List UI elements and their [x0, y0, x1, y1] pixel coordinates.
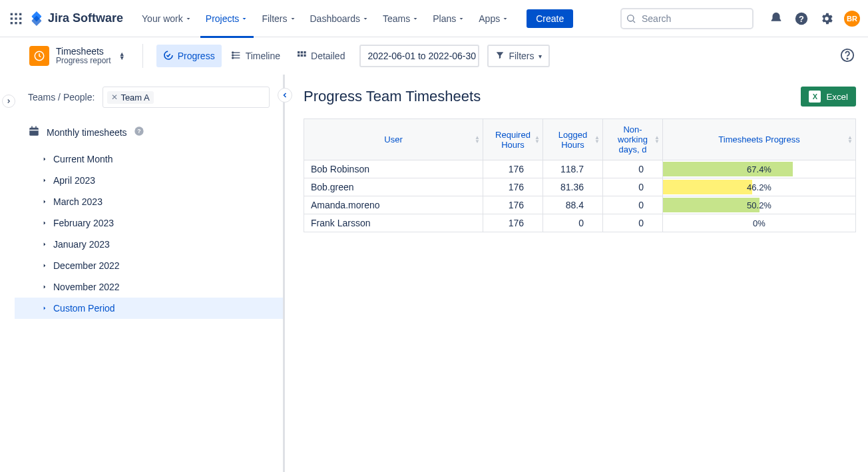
svg-rect-4 — [15, 17, 17, 19]
tree-item[interactable]: November 2022 — [15, 276, 283, 298]
product-name: Jira Software — [48, 11, 123, 25]
view-progress[interactable]: Progress — [156, 45, 222, 67]
team-chip[interactable]: ✕ Team A — [107, 91, 153, 104]
chevron-down-icon: ▾ — [539, 53, 542, 60]
sidebar-section-title: Monthly timesheets — [47, 127, 127, 138]
col-label: Timesheets Progress — [718, 134, 799, 144]
global-search — [620, 8, 754, 29]
svg-rect-1 — [15, 13, 17, 15]
settings-icon[interactable] — [819, 11, 835, 27]
tree-item[interactable]: December 2022 — [15, 255, 283, 276]
notifications-icon[interactable] — [768, 11, 784, 27]
cell-progress: 0% — [663, 214, 856, 232]
view-detailed[interactable]: Detailed — [290, 45, 351, 67]
help-icon[interactable]: ? — [793, 11, 809, 27]
progress-label: 0% — [753, 218, 765, 228]
app-switcher-icon[interactable] — [8, 11, 24, 27]
info-icon[interactable]: ? — [134, 126, 144, 138]
col-header[interactable]: User▲▼ — [304, 119, 483, 160]
nav-item-filters[interactable]: Filters — [256, 9, 302, 28]
tree-item[interactable]: January 2023 — [15, 234, 283, 255]
cell-required: 176 — [483, 160, 543, 178]
svg-rect-25 — [301, 54, 303, 56]
project-switcher[interactable]: Timesheets Progress report ▲▼ — [29, 46, 125, 66]
progress-icon — [163, 50, 174, 63]
chip-remove-icon[interactable]: ✕ — [111, 93, 118, 102]
col-label: Non-working days, d — [618, 124, 648, 154]
svg-point-18 — [232, 52, 233, 53]
tree-item[interactable]: March 2023 — [15, 191, 283, 212]
nav-item-projects[interactable]: Projects — [200, 9, 254, 28]
col-header[interactable]: Non-working days, d▲▼ — [603, 119, 663, 160]
nav-item-label: Your work — [142, 13, 183, 24]
month-tree: Current MonthApril 2023March 2023Februar… — [15, 148, 283, 327]
secondary-bar: Timesheets Progress report ▲▼ ProgressTi… — [0, 37, 868, 75]
tree-item-label: November 2022 — [53, 282, 120, 292]
nav-item-label: Plans — [433, 13, 456, 24]
nav-item-teams[interactable]: Teams — [377, 9, 425, 28]
svg-rect-2 — [19, 13, 21, 15]
cell-user: Amanda.moreno — [304, 196, 483, 214]
filters-button[interactable]: Filters ▾ — [487, 45, 549, 67]
tree-item-label: February 2023 — [53, 218, 114, 228]
cell-nonworking: 0 — [603, 178, 663, 196]
cell-user: Bob Robinson — [304, 160, 483, 178]
main-area: Teams / People: ✕ Team A Monthly timeshe… — [0, 75, 868, 472]
team-chip-input[interactable]: ✕ Team A — [103, 87, 270, 108]
col-label: Required Hours — [495, 130, 531, 150]
tree-item-label: December 2022 — [53, 260, 120, 271]
svg-point-20 — [232, 57, 233, 59]
excel-label: Excel — [826, 92, 848, 102]
nav-item-plans[interactable]: Plans — [427, 9, 471, 28]
avatar[interactable]: BR — [844, 11, 860, 27]
view-switcher: ProgressTimelineDetailed — [156, 45, 352, 67]
left-rail-handle[interactable] — [2, 95, 15, 108]
svg-rect-21 — [298, 51, 300, 53]
chevron-updown-icon: ▲▼ — [119, 52, 125, 60]
chevron-right-icon — [41, 303, 48, 314]
jira-logo-icon — [29, 11, 44, 26]
nav-item-dashboards[interactable]: Dashboards — [305, 9, 375, 28]
chevron-right-icon — [41, 154, 48, 164]
nav-item-apps[interactable]: Apps — [473, 9, 515, 28]
export-excel-button[interactable]: X Excel — [801, 87, 856, 107]
chevron-right-icon — [41, 196, 48, 207]
col-header[interactable]: Logged Hours▲▼ — [543, 119, 603, 160]
product-logo[interactable]: Jira Software — [29, 11, 123, 26]
col-header[interactable]: Required Hours▲▼ — [483, 119, 543, 160]
tree-item[interactable]: April 2023 — [15, 170, 283, 191]
cell-required: 176 — [483, 178, 543, 196]
divider — [142, 44, 143, 68]
view-label: Timeline — [246, 51, 280, 61]
svg-rect-23 — [304, 51, 306, 53]
nav-item-your-work[interactable]: Your work — [136, 9, 198, 28]
cell-user: Frank Larsson — [304, 214, 483, 232]
svg-point-28 — [847, 58, 847, 59]
col-header[interactable]: Timesheets Progress▲▼ — [663, 119, 856, 160]
svg-point-19 — [232, 55, 233, 56]
sidebar-collapse-handle[interactable] — [278, 88, 292, 103]
tree-item-label: Current Month — [53, 154, 112, 164]
svg-rect-8 — [19, 22, 21, 24]
table-row: Bob.green17681.36046.2% — [304, 178, 856, 196]
svg-rect-0 — [11, 13, 13, 15]
secondary-help-icon[interactable] — [840, 48, 855, 65]
search-input[interactable] — [620, 8, 754, 29]
tree-item-label: March 2023 — [53, 196, 103, 207]
date-range-picker[interactable]: 2022-06-01 to 2022-06-30 — [359, 45, 479, 67]
create-button[interactable]: Create — [527, 9, 573, 28]
nav-item-label: Dashboards — [310, 13, 361, 24]
svg-rect-5 — [19, 17, 21, 19]
tree-item[interactable]: Current Month — [15, 148, 283, 170]
chevron-right-icon — [41, 282, 48, 292]
col-label: User — [384, 134, 402, 144]
tree-item[interactable]: February 2023 — [15, 212, 283, 234]
table-row: Bob Robinson176118.7067.4% — [304, 160, 856, 178]
sort-icon: ▲▼ — [654, 136, 660, 144]
view-timeline[interactable]: Timeline — [224, 45, 287, 67]
svg-rect-32 — [31, 126, 33, 129]
page-title: Progress Team Timesheets — [304, 88, 481, 105]
tree-item[interactable]: Custom Period — [15, 298, 283, 319]
cell-nonworking: 0 — [603, 196, 663, 214]
cell-progress: 50.2% — [663, 196, 856, 214]
